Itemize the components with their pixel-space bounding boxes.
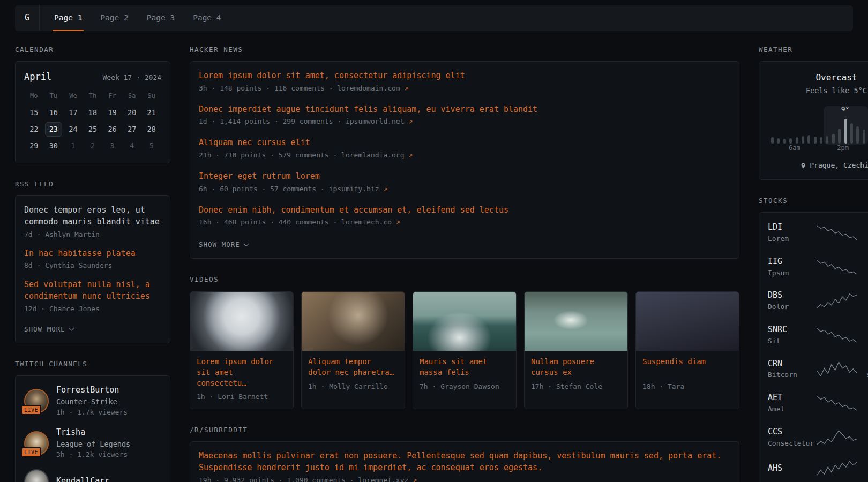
subreddit-item-domain[interactable]: loremnet.xyz ↗ <box>358 476 417 482</box>
stock-values: +4.35% $795.18 <box>857 222 868 244</box>
twitch-channel[interactable]: LIVE ForrestBurton Counter-Strike 1h · 1… <box>24 385 161 418</box>
video-title[interactable]: Aliquam tempor dolor nec pharetra… <box>308 356 398 378</box>
stock-sparkline <box>817 395 857 411</box>
center-column: HACKER NEWS Lorem ipsum dolor sit amet, … <box>190 45 739 482</box>
videos-widget-title: VIDEOS <box>190 275 739 284</box>
weather-feels-like: Feels like 5°C <box>768 86 868 96</box>
hackernews-item-domain[interactable]: ipsumworld.net ↗ <box>346 117 413 125</box>
rss-item: Donec tempor eros leo, ut commodo mauris… <box>24 205 161 239</box>
hackernews-show-more-label: SHOW MORE <box>199 240 240 248</box>
stock-symbol: CRN <box>768 358 817 370</box>
hackernews-item: Lorem ipsum dolor sit amet, consectetur … <box>199 70 730 94</box>
stock-name: Ipsum <box>768 268 817 278</box>
video-title[interactable]: Lorem ipsum dolor sit amet consectetu… <box>197 356 287 389</box>
channel-name[interactable]: KendallCarr <box>56 476 109 482</box>
hackernews-item-title[interactable]: Integer eget rutrum lorem <box>199 171 730 183</box>
video-body: Mauris sit amet massa felis 7h · Grayson… <box>413 351 516 398</box>
stocks-widget: STOCKS LDI Lorem +4.35% $795.18 IIG Ipsu… <box>759 196 868 482</box>
rss-show-more-button[interactable]: SHOW MORE <box>24 325 73 333</box>
stock-row[interactable]: AHS +0.46% <box>768 454 868 482</box>
weather-hour-bar <box>783 139 786 144</box>
hackernews-item-title[interactable]: Donec enim nibh, condimentum et accumsan… <box>199 205 730 216</box>
stock-row[interactable]: AET Amet +0.92% $499.72 <box>768 386 868 420</box>
hackernews-item-domain[interactable]: loremtech.co ↗ <box>341 218 400 226</box>
rss-box: Donec tempor eros leo, ut commodo mauris… <box>15 195 170 343</box>
stock-row[interactable]: SNRC Sit +1.36% $148.64 <box>768 318 868 352</box>
calendar-day: 15 <box>24 104 44 121</box>
video-thumbnail[interactable] <box>413 292 516 351</box>
hackernews-item-title[interactable]: Aliquam nec cursus elit <box>199 137 730 149</box>
rss-item-meta: 12d · Chance Jones <box>24 304 161 314</box>
video-thumbnail[interactable] <box>190 292 293 351</box>
video-meta: 17h · Stefan Cole <box>531 382 621 392</box>
video-thumbnail[interactable] <box>636 292 739 351</box>
rss-item-title[interactable]: Donec tempor eros leo, ut commodo mauris… <box>24 205 161 228</box>
hackernews-item: Integer eget rutrum lorem 6h · 60 points… <box>199 171 730 194</box>
stock-sparkline-cell <box>817 259 857 275</box>
external-link-icon: ↗ <box>405 84 409 92</box>
stock-sparkline <box>817 460 857 476</box>
stock-symbol: SNRC <box>768 324 817 336</box>
stock-row[interactable]: IIG Ipsum +2.84% $42.04 <box>768 250 868 284</box>
video-body: Suspendis diam 18h · Tara <box>636 351 739 398</box>
rss-item-title[interactable]: In hac habitasse platea <box>24 248 161 260</box>
page-tabs: Page 1Page 2Page 3Page 4 <box>45 5 230 31</box>
app-logo[interactable]: G <box>15 5 40 31</box>
twitch-channel[interactable]: KendallCarr <box>24 469 161 482</box>
stock-identity: AHS <box>768 463 817 475</box>
video-card[interactable]: Aliquam tempor dolor nec pharetra… 1h · … <box>301 291 405 410</box>
external-link-icon: ↗ <box>408 151 413 159</box>
video-card[interactable]: Lorem ipsum dolor sit amet consectetu… 1… <box>190 291 294 410</box>
weather-hour-bar <box>826 136 828 144</box>
stock-row[interactable]: CRN Bitcorn -1.00% $66,171.48 <box>768 352 868 387</box>
tab-page-2[interactable]: Page 2 <box>91 5 137 31</box>
hackernews-show-more-button[interactable]: SHOW MORE <box>199 240 248 248</box>
calendar-days-grid: 1516171819202122232425262728293012345 <box>24 104 161 154</box>
twitch-widget-title: TWITCH CHANNELS <box>15 359 170 369</box>
rss-item-title[interactable]: Sed volutpat nulla nisl, a condimentum n… <box>24 279 161 303</box>
tab-page-3[interactable]: Page 3 <box>138 5 184 31</box>
video-card[interactable]: Suspendis diam 18h · Tara <box>635 291 739 410</box>
calendar-day: 27 <box>122 121 142 138</box>
hackernews-item-domain[interactable]: ipsumify.biz ↗ <box>329 185 388 193</box>
hackernews-item-domain[interactable]: loremlandia.org ↗ <box>341 151 413 159</box>
hackernews-item-title[interactable]: Lorem ipsum dolor sit amet, consectetur … <box>199 70 730 82</box>
stock-sparkline-cell <box>817 327 857 343</box>
video-title[interactable]: Suspendis diam <box>642 356 732 378</box>
hackernews-item-domain[interactable]: loremdomain.com ↗ <box>337 84 408 92</box>
stock-sparkline <box>817 293 857 309</box>
video-title[interactable]: Nullam posuere cursus ex <box>531 356 621 378</box>
twitch-channel[interactable]: LIVE Trisha League of Legends 3h · 1.2k … <box>24 427 161 460</box>
stock-identity: IIG Ipsum <box>768 256 817 278</box>
subreddit-item: Maecenas mollis pulvinar erat non posuer… <box>199 450 730 482</box>
stock-row[interactable]: CCS Consectetur +0.51% $165.84 <box>768 420 868 455</box>
tab-page-4[interactable]: Page 4 <box>184 5 230 31</box>
channel-name[interactable]: ForrestBurton <box>56 385 128 396</box>
video-card[interactable]: Nullam posuere cursus ex 17h · Stefan Co… <box>524 291 628 410</box>
video-body: Aliquam tempor dolor nec pharetra… 1h · … <box>302 351 405 398</box>
stock-name: Sit <box>768 336 817 347</box>
calendar-day: 26 <box>102 121 122 138</box>
calendar-day: 24 <box>63 121 83 138</box>
video-thumbnail[interactable] <box>525 292 627 351</box>
stock-symbol: IIG <box>768 256 817 268</box>
stock-row[interactable]: DBS Dolor +1.42% $156.28 <box>768 284 868 318</box>
stock-row[interactable]: LDI Lorem +4.35% $795.18 <box>768 216 868 250</box>
video-card[interactable]: Mauris sit amet massa felis 7h · Grayson… <box>413 291 517 410</box>
header-bar: G Page 1Page 2Page 3Page 4 <box>15 5 853 31</box>
subreddit-item-title[interactable]: Maecenas mollis pulvinar erat non posuer… <box>199 450 730 474</box>
hackernews-item-title[interactable]: Donec imperdiet augue tincidunt felis al… <box>199 104 730 116</box>
video-title[interactable]: Mauris sit amet massa felis <box>420 356 510 378</box>
calendar-week: Week 17 <box>102 73 132 81</box>
hackernews-box: Lorem ipsum dolor sit amet, consectetur … <box>190 61 739 259</box>
weather-box: Overcast Feels like 5°C 9°6am2pm10pm Pra… <box>759 61 868 180</box>
left-column: CALENDAR April Week 17 · 2024 MoTuWeThFr… <box>15 45 170 482</box>
weather-hour-bar <box>856 126 859 144</box>
hackernews-item: Aliquam nec cursus elit 21h · 710 points… <box>199 137 730 161</box>
stock-sparkline <box>817 430 857 446</box>
channel-meta: 1h · 1.7k viewers <box>56 408 128 418</box>
channel-info: Trisha League of Legends 3h · 1.2k viewe… <box>56 427 130 460</box>
video-thumbnail[interactable] <box>302 292 405 351</box>
channel-name[interactable]: Trisha <box>56 427 130 439</box>
tab-page-1[interactable]: Page 1 <box>45 5 91 31</box>
